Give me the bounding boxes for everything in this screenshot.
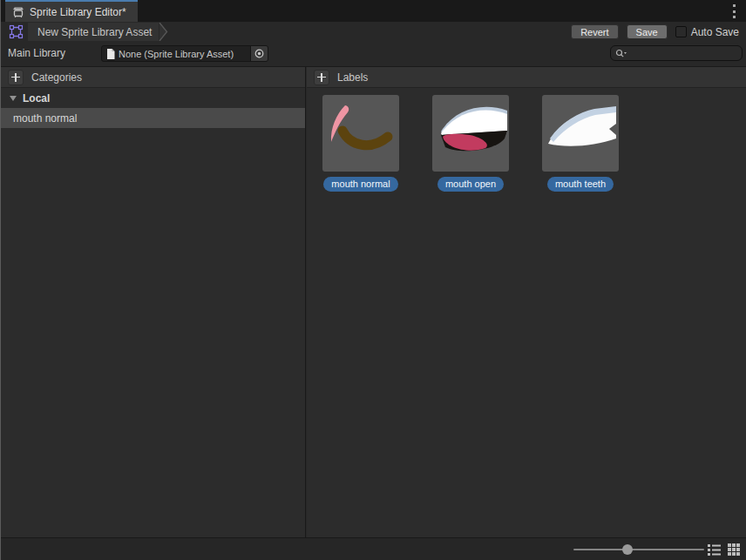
label-item-mouth-teeth[interactable]: mouth teeth — [542, 95, 619, 192]
labels-title: Labels — [337, 71, 368, 84]
label-item-mouth-open[interactable]: mouth open — [432, 95, 509, 192]
tab-title: Sprite Library Editor* — [30, 6, 126, 18]
add-category-button[interactable] — [8, 70, 24, 85]
list-view-icon — [708, 544, 721, 556]
list-view-button[interactable] — [707, 543, 721, 557]
categories-panel: Categories Local mouth normal — [1, 67, 306, 537]
kebab-menu-icon[interactable] — [729, 4, 738, 18]
search-field[interactable] — [610, 45, 743, 61]
auto-save-checkbox[interactable] — [675, 26, 687, 37]
categories-title: Categories — [31, 71, 82, 84]
sprite-thumbnail-mouth-normal — [322, 95, 399, 172]
local-foldout[interactable]: Local — [1, 88, 305, 108]
label-pill: mouth open — [437, 177, 504, 192]
label-item-mouth-normal[interactable]: mouth normal — [322, 95, 399, 192]
save-button[interactable]: Save — [627, 24, 668, 39]
object-picker-icon — [254, 49, 264, 58]
labels-header: Labels — [307, 67, 746, 88]
label-pill: mouth normal — [323, 177, 397, 192]
main-library-object-field[interactable]: None (Sprite Library Asset) — [101, 45, 268, 62]
breadcrumb-label: New Sprite Library Asset — [37, 26, 152, 38]
breadcrumb[interactable]: New Sprite Library Asset — [28, 23, 159, 41]
bottom-bar — [1, 537, 746, 560]
category-row-mouth-normal[interactable]: mouth normal — [1, 108, 305, 128]
category-row-label: mouth normal — [13, 112, 77, 125]
foldout-triangle-icon — [10, 96, 17, 101]
toolbar: New Sprite Library Asset Revert Save Aut… — [1, 22, 746, 42]
sprite-library-editor-window: Sprite Library Editor* New Sprite Librar… — [0, 0, 746, 560]
add-label-button[interactable] — [314, 70, 329, 85]
tab-strip: Sprite Library Editor* — [1, 0, 746, 22]
object-picker-button[interactable] — [250, 46, 268, 61]
revert-button[interactable]: Revert — [571, 24, 618, 39]
sprite-thumbnail-mouth-open — [432, 95, 509, 172]
auto-save-label: Auto Save — [691, 26, 739, 38]
asset-document-icon — [106, 49, 115, 59]
main-library-row: Main Library None (Sprite Library Asset) — [1, 42, 746, 66]
sprite-thumbnail-mouth-teeth — [542, 95, 619, 172]
object-field-value: None (Sprite Library Asset) — [119, 49, 250, 59]
search-icon — [615, 49, 627, 58]
grid-view-icon — [728, 543, 740, 556]
sprite-library-asset-icon — [9, 24, 24, 39]
sprite-library-icon — [12, 6, 24, 18]
label-pill: mouth teeth — [547, 177, 614, 192]
zoom-slider-thumb[interactable] — [622, 544, 633, 555]
grid-view-button[interactable] — [727, 543, 741, 557]
search-input[interactable] — [627, 47, 723, 59]
categories-header: Categories — [1, 67, 305, 88]
labels-panel: Labels mouth normal — [307, 67, 746, 537]
labels-grid: mouth normal mouth open — [307, 88, 746, 192]
breadcrumb-chevron-icon — [159, 23, 168, 41]
main-library-label: Main Library — [8, 47, 65, 59]
local-foldout-label: Local — [23, 92, 50, 105]
tab-sprite-library-editor[interactable]: Sprite Library Editor* — [5, 0, 138, 22]
zoom-slider[interactable] — [573, 549, 704, 550]
panels: Categories Local mouth normal Labels — [1, 66, 746, 537]
